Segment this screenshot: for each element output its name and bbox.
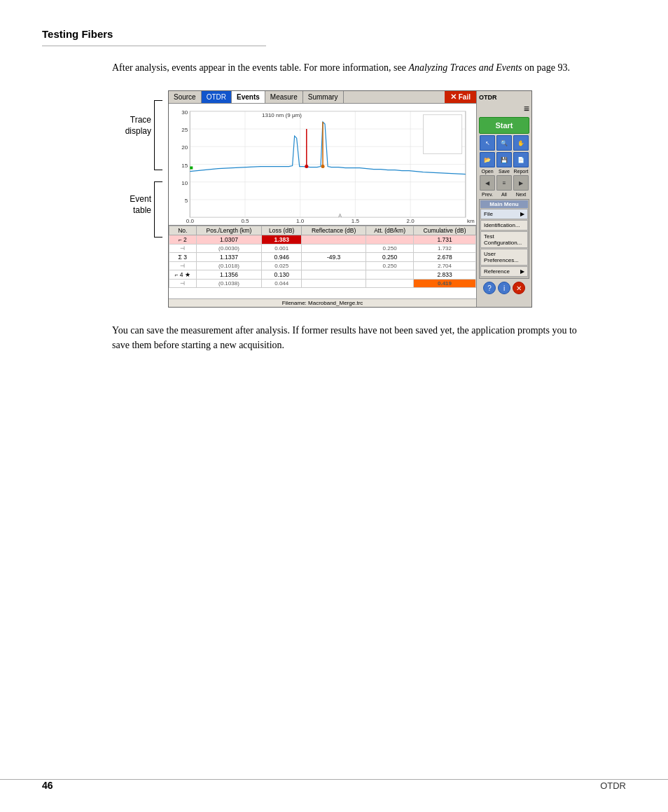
svg-text:20: 20 bbox=[181, 144, 188, 151]
svg-text:15: 15 bbox=[181, 163, 188, 169]
cell-sub-pos: (0.1018) bbox=[196, 262, 262, 270]
sidebar-title: OTDR bbox=[479, 93, 529, 102]
page-container: Testing Fibers After analysis, events ap… bbox=[0, 0, 668, 812]
right-sidebar: OTDR ≡ Start ↖ 🔍 ✋ 📂 💾 📄 bbox=[477, 91, 531, 307]
col-loss: Loss (dB) bbox=[262, 226, 302, 235]
cell-sub-loss: 0.044 bbox=[262, 280, 302, 288]
reference-arrow: ▶ bbox=[520, 268, 524, 275]
cell-sub-reflectance bbox=[302, 280, 366, 288]
info-icon[interactable]: ≡ bbox=[524, 103, 529, 114]
cell-sub-reflectance bbox=[302, 262, 366, 270]
all-label: All bbox=[496, 192, 512, 197]
main-menu-title: Main Menu bbox=[480, 200, 528, 208]
bottom-icon-row: ? i ✕ bbox=[479, 282, 529, 294]
cell-att bbox=[366, 270, 414, 280]
cell-loss: 0.130 bbox=[262, 270, 302, 280]
save-button[interactable]: 💾 bbox=[496, 152, 512, 167]
svg-text:0.0: 0.0 bbox=[186, 218, 195, 224]
labels-wrapper: Tracedisplay Eventtable bbox=[112, 90, 168, 308]
tab-measure[interactable]: Measure bbox=[265, 91, 303, 103]
svg-text:5: 5 bbox=[185, 198, 188, 204]
svg-text:10: 10 bbox=[181, 180, 188, 186]
trace-bracket bbox=[154, 100, 162, 170]
prev-all-next-labels: Prev. All Next bbox=[479, 192, 529, 197]
svg-text:1.0: 1.0 bbox=[296, 218, 305, 224]
zoom-icon-row: ↖ 🔍 ✋ bbox=[479, 135, 529, 151]
zoom-icon[interactable]: 🔍 bbox=[496, 135, 512, 151]
tab-events[interactable]: Events bbox=[232, 91, 265, 103]
prev-button[interactable]: ◀ bbox=[480, 175, 495, 191]
cell-sub-att: 0.250 bbox=[366, 245, 414, 253]
pan-icon[interactable]: ✋ bbox=[513, 135, 529, 151]
cell-cumulative: 1.731 bbox=[414, 235, 476, 245]
file-arrow: ▶ bbox=[520, 211, 524, 217]
save-label: Save bbox=[496, 169, 512, 174]
cell-icon: ⊣ bbox=[169, 280, 197, 288]
user-prefs-menu-item[interactable]: User Preferences... bbox=[480, 249, 528, 266]
svg-text:2.0: 2.0 bbox=[407, 218, 415, 224]
fail-badge: ✕ Fail bbox=[445, 91, 476, 103]
cell-att: 0.250 bbox=[366, 253, 414, 262]
table-row-sub: ⊣ (0.1018) 0.025 0.250 2.704 bbox=[169, 262, 476, 270]
cell-loss: 1.383 bbox=[262, 235, 302, 245]
tab-source[interactable]: Source bbox=[169, 91, 202, 103]
cell-sub-pos: (0.1038) bbox=[196, 280, 262, 288]
svg-text:km: km bbox=[467, 218, 475, 224]
cell-sub-loss: 0.025 bbox=[262, 262, 302, 270]
events-table-container: No. Pos./Length (km) Loss (dB) Reflectan… bbox=[169, 225, 476, 298]
tab-otdr[interactable]: OTDR bbox=[202, 91, 232, 103]
cell-loss: 0.946 bbox=[262, 253, 302, 262]
close-circle-icon[interactable]: ✕ bbox=[513, 282, 525, 294]
cell-sub-loss: 0.001 bbox=[262, 245, 302, 253]
footer-doc-name: OTDR bbox=[600, 780, 626, 791]
menu-section: Main Menu File ▶ Identification... Test … bbox=[479, 199, 529, 279]
table-row: ⌐ 2 1.0307 1.383 1.731 bbox=[169, 235, 476, 245]
cell-reflectance: -49.3 bbox=[302, 253, 366, 262]
info-circle-icon[interactable]: i bbox=[498, 282, 510, 294]
col-pos: Pos./Length (km) bbox=[196, 226, 262, 235]
screenshot-area: Tracedisplay Eventtable Source OTDR Even… bbox=[112, 90, 626, 308]
svg-text:A: A bbox=[338, 213, 342, 218]
file-menu-item[interactable]: File ▶ bbox=[480, 209, 528, 219]
col-att: Att. (dB/km) bbox=[366, 226, 414, 235]
table-row-sub: ⊣ (0.0030) 0.001 0.250 1.732 bbox=[169, 245, 476, 253]
event-table-label: Eventtable bbox=[130, 194, 151, 216]
svg-point-28 bbox=[305, 165, 308, 168]
cell-reflectance bbox=[302, 270, 366, 280]
cell-no: ⌐ 2 bbox=[169, 235, 197, 245]
prev-all-next-row: ◀ ≡ ▶ bbox=[479, 175, 529, 191]
svg-point-30 bbox=[321, 165, 324, 168]
help-icon[interactable]: ? bbox=[483, 282, 496, 294]
cell-reflectance bbox=[302, 235, 366, 245]
open-save-labels: Open Save Report bbox=[479, 169, 529, 174]
svg-text:1.5: 1.5 bbox=[352, 218, 360, 224]
tab-summary[interactable]: Summary bbox=[303, 91, 344, 103]
footer-page-number: 46 bbox=[42, 780, 53, 791]
cell-pos: 1.1356 bbox=[196, 270, 262, 280]
open-button[interactable]: 📂 bbox=[480, 152, 495, 167]
cell-sub-att: 0.250 bbox=[366, 262, 414, 270]
all-button[interactable]: ≡ bbox=[496, 175, 512, 191]
svg-rect-31 bbox=[190, 167, 193, 170]
software-screenshot: Source OTDR Events Measure Summary ✕ Fai… bbox=[168, 90, 532, 308]
svg-text:0.5: 0.5 bbox=[241, 218, 249, 224]
cursor-icon[interactable]: ↖ bbox=[480, 135, 495, 151]
report-button[interactable]: 📄 bbox=[513, 152, 529, 167]
cell-no: Σ 3 bbox=[169, 253, 197, 262]
events-table: No. Pos./Length (km) Loss (dB) Reflectan… bbox=[169, 226, 476, 288]
event-bracket bbox=[154, 181, 162, 238]
cell-sub-att bbox=[366, 280, 414, 288]
next-label: Next bbox=[513, 192, 529, 197]
start-button[interactable]: Start bbox=[479, 117, 529, 134]
cell-icon: ⊣ bbox=[169, 262, 197, 270]
cell-cumulative: 2.833 bbox=[414, 270, 476, 280]
page-title: Testing Fibers bbox=[42, 28, 626, 40]
cell-att bbox=[366, 235, 414, 245]
cell-pos: 1.0307 bbox=[196, 235, 262, 245]
svg-text:1310 nm (9 μm): 1310 nm (9 μm) bbox=[262, 112, 302, 118]
col-reflectance: Reflectance (dB) bbox=[302, 226, 366, 235]
next-button[interactable]: ▶ bbox=[513, 175, 529, 191]
reference-menu-item[interactable]: Reference ▶ bbox=[480, 266, 528, 277]
test-config-menu-item[interactable]: Test Configuration... bbox=[480, 231, 528, 248]
identification-menu-item[interactable]: Identification... bbox=[480, 220, 528, 230]
